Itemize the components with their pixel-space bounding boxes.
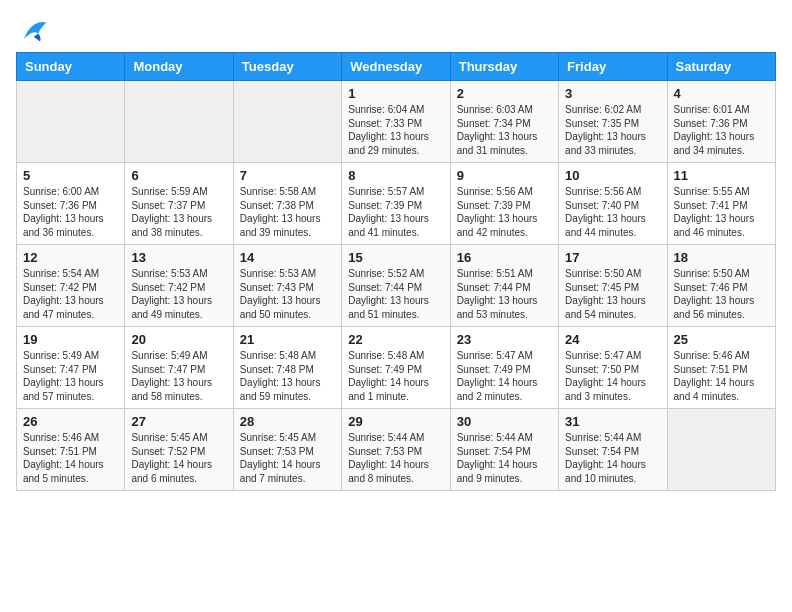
calendar-cell: 9Sunrise: 5:56 AM Sunset: 7:39 PM Daylig… xyxy=(450,163,558,245)
day-header-saturday: Saturday xyxy=(667,53,775,81)
calendar-cell: 8Sunrise: 5:57 AM Sunset: 7:39 PM Daylig… xyxy=(342,163,450,245)
calendar-cell: 17Sunrise: 5:50 AM Sunset: 7:45 PM Dayli… xyxy=(559,245,667,327)
calendar-cell: 12Sunrise: 5:54 AM Sunset: 7:42 PM Dayli… xyxy=(17,245,125,327)
day-info: Sunrise: 6:04 AM Sunset: 7:33 PM Dayligh… xyxy=(348,103,443,157)
day-info: Sunrise: 5:45 AM Sunset: 7:53 PM Dayligh… xyxy=(240,431,335,485)
day-number: 13 xyxy=(131,250,226,265)
day-number: 18 xyxy=(674,250,769,265)
day-info: Sunrise: 5:52 AM Sunset: 7:44 PM Dayligh… xyxy=(348,267,443,321)
calendar-week-row: 19Sunrise: 5:49 AM Sunset: 7:47 PM Dayli… xyxy=(17,327,776,409)
day-number: 8 xyxy=(348,168,443,183)
day-info: Sunrise: 5:49 AM Sunset: 7:47 PM Dayligh… xyxy=(131,349,226,403)
day-number: 4 xyxy=(674,86,769,101)
calendar-table: SundayMondayTuesdayWednesdayThursdayFrid… xyxy=(16,52,776,491)
day-header-thursday: Thursday xyxy=(450,53,558,81)
day-number: 12 xyxy=(23,250,118,265)
calendar-cell: 26Sunrise: 5:46 AM Sunset: 7:51 PM Dayli… xyxy=(17,409,125,491)
day-info: Sunrise: 5:58 AM Sunset: 7:38 PM Dayligh… xyxy=(240,185,335,239)
day-header-wednesday: Wednesday xyxy=(342,53,450,81)
day-number: 10 xyxy=(565,168,660,183)
day-info: Sunrise: 5:46 AM Sunset: 7:51 PM Dayligh… xyxy=(674,349,769,403)
day-number: 16 xyxy=(457,250,552,265)
calendar-cell xyxy=(17,81,125,163)
day-number: 29 xyxy=(348,414,443,429)
calendar-cell: 3Sunrise: 6:02 AM Sunset: 7:35 PM Daylig… xyxy=(559,81,667,163)
day-number: 19 xyxy=(23,332,118,347)
calendar-cell: 23Sunrise: 5:47 AM Sunset: 7:49 PM Dayli… xyxy=(450,327,558,409)
day-info: Sunrise: 6:00 AM Sunset: 7:36 PM Dayligh… xyxy=(23,185,118,239)
day-info: Sunrise: 5:48 AM Sunset: 7:48 PM Dayligh… xyxy=(240,349,335,403)
day-number: 27 xyxy=(131,414,226,429)
day-number: 14 xyxy=(240,250,335,265)
day-info: Sunrise: 5:57 AM Sunset: 7:39 PM Dayligh… xyxy=(348,185,443,239)
calendar-cell: 24Sunrise: 5:47 AM Sunset: 7:50 PM Dayli… xyxy=(559,327,667,409)
day-number: 9 xyxy=(457,168,552,183)
day-number: 2 xyxy=(457,86,552,101)
day-number: 15 xyxy=(348,250,443,265)
day-header-friday: Friday xyxy=(559,53,667,81)
day-info: Sunrise: 5:49 AM Sunset: 7:47 PM Dayligh… xyxy=(23,349,118,403)
day-number: 7 xyxy=(240,168,335,183)
calendar-cell: 21Sunrise: 5:48 AM Sunset: 7:48 PM Dayli… xyxy=(233,327,341,409)
day-info: Sunrise: 5:50 AM Sunset: 7:45 PM Dayligh… xyxy=(565,267,660,321)
day-number: 23 xyxy=(457,332,552,347)
calendar-cell: 1Sunrise: 6:04 AM Sunset: 7:33 PM Daylig… xyxy=(342,81,450,163)
calendar-cell xyxy=(667,409,775,491)
calendar-cell: 22Sunrise: 5:48 AM Sunset: 7:49 PM Dayli… xyxy=(342,327,450,409)
day-info: Sunrise: 5:44 AM Sunset: 7:53 PM Dayligh… xyxy=(348,431,443,485)
day-info: Sunrise: 6:01 AM Sunset: 7:36 PM Dayligh… xyxy=(674,103,769,157)
calendar-cell: 2Sunrise: 6:03 AM Sunset: 7:34 PM Daylig… xyxy=(450,81,558,163)
day-number: 20 xyxy=(131,332,226,347)
calendar-cell: 30Sunrise: 5:44 AM Sunset: 7:54 PM Dayli… xyxy=(450,409,558,491)
calendar-cell: 20Sunrise: 5:49 AM Sunset: 7:47 PM Dayli… xyxy=(125,327,233,409)
day-info: Sunrise: 5:48 AM Sunset: 7:49 PM Dayligh… xyxy=(348,349,443,403)
calendar-header-row: SundayMondayTuesdayWednesdayThursdayFrid… xyxy=(17,53,776,81)
day-header-sunday: Sunday xyxy=(17,53,125,81)
day-number: 28 xyxy=(240,414,335,429)
day-info: Sunrise: 5:45 AM Sunset: 7:52 PM Dayligh… xyxy=(131,431,226,485)
day-number: 11 xyxy=(674,168,769,183)
day-number: 3 xyxy=(565,86,660,101)
day-info: Sunrise: 5:55 AM Sunset: 7:41 PM Dayligh… xyxy=(674,185,769,239)
calendar-week-row: 26Sunrise: 5:46 AM Sunset: 7:51 PM Dayli… xyxy=(17,409,776,491)
day-number: 26 xyxy=(23,414,118,429)
calendar-cell: 25Sunrise: 5:46 AM Sunset: 7:51 PM Dayli… xyxy=(667,327,775,409)
day-info: Sunrise: 5:47 AM Sunset: 7:50 PM Dayligh… xyxy=(565,349,660,403)
calendar-cell: 28Sunrise: 5:45 AM Sunset: 7:53 PM Dayli… xyxy=(233,409,341,491)
page-header xyxy=(16,16,776,44)
calendar-cell: 13Sunrise: 5:53 AM Sunset: 7:42 PM Dayli… xyxy=(125,245,233,327)
calendar-cell: 15Sunrise: 5:52 AM Sunset: 7:44 PM Dayli… xyxy=(342,245,450,327)
calendar-cell xyxy=(233,81,341,163)
day-info: Sunrise: 5:50 AM Sunset: 7:46 PM Dayligh… xyxy=(674,267,769,321)
day-info: Sunrise: 5:44 AM Sunset: 7:54 PM Dayligh… xyxy=(457,431,552,485)
day-number: 1 xyxy=(348,86,443,101)
day-info: Sunrise: 5:53 AM Sunset: 7:43 PM Dayligh… xyxy=(240,267,335,321)
day-header-tuesday: Tuesday xyxy=(233,53,341,81)
day-number: 21 xyxy=(240,332,335,347)
day-header-monday: Monday xyxy=(125,53,233,81)
day-info: Sunrise: 5:56 AM Sunset: 7:40 PM Dayligh… xyxy=(565,185,660,239)
calendar-cell: 7Sunrise: 5:58 AM Sunset: 7:38 PM Daylig… xyxy=(233,163,341,245)
day-info: Sunrise: 5:46 AM Sunset: 7:51 PM Dayligh… xyxy=(23,431,118,485)
day-info: Sunrise: 5:53 AM Sunset: 7:42 PM Dayligh… xyxy=(131,267,226,321)
calendar-cell: 14Sunrise: 5:53 AM Sunset: 7:43 PM Dayli… xyxy=(233,245,341,327)
day-number: 17 xyxy=(565,250,660,265)
calendar-cell: 19Sunrise: 5:49 AM Sunset: 7:47 PM Dayli… xyxy=(17,327,125,409)
calendar-cell: 5Sunrise: 6:00 AM Sunset: 7:36 PM Daylig… xyxy=(17,163,125,245)
day-info: Sunrise: 5:59 AM Sunset: 7:37 PM Dayligh… xyxy=(131,185,226,239)
calendar-week-row: 5Sunrise: 6:00 AM Sunset: 7:36 PM Daylig… xyxy=(17,163,776,245)
calendar-cell: 10Sunrise: 5:56 AM Sunset: 7:40 PM Dayli… xyxy=(559,163,667,245)
day-number: 30 xyxy=(457,414,552,429)
day-number: 6 xyxy=(131,168,226,183)
calendar-week-row: 12Sunrise: 5:54 AM Sunset: 7:42 PM Dayli… xyxy=(17,245,776,327)
day-info: Sunrise: 6:03 AM Sunset: 7:34 PM Dayligh… xyxy=(457,103,552,157)
day-number: 25 xyxy=(674,332,769,347)
calendar-cell: 6Sunrise: 5:59 AM Sunset: 7:37 PM Daylig… xyxy=(125,163,233,245)
day-info: Sunrise: 5:56 AM Sunset: 7:39 PM Dayligh… xyxy=(457,185,552,239)
day-number: 24 xyxy=(565,332,660,347)
calendar-cell xyxy=(125,81,233,163)
calendar-cell: 11Sunrise: 5:55 AM Sunset: 7:41 PM Dayli… xyxy=(667,163,775,245)
calendar-cell: 18Sunrise: 5:50 AM Sunset: 7:46 PM Dayli… xyxy=(667,245,775,327)
logo xyxy=(16,16,52,44)
calendar-cell: 16Sunrise: 5:51 AM Sunset: 7:44 PM Dayli… xyxy=(450,245,558,327)
